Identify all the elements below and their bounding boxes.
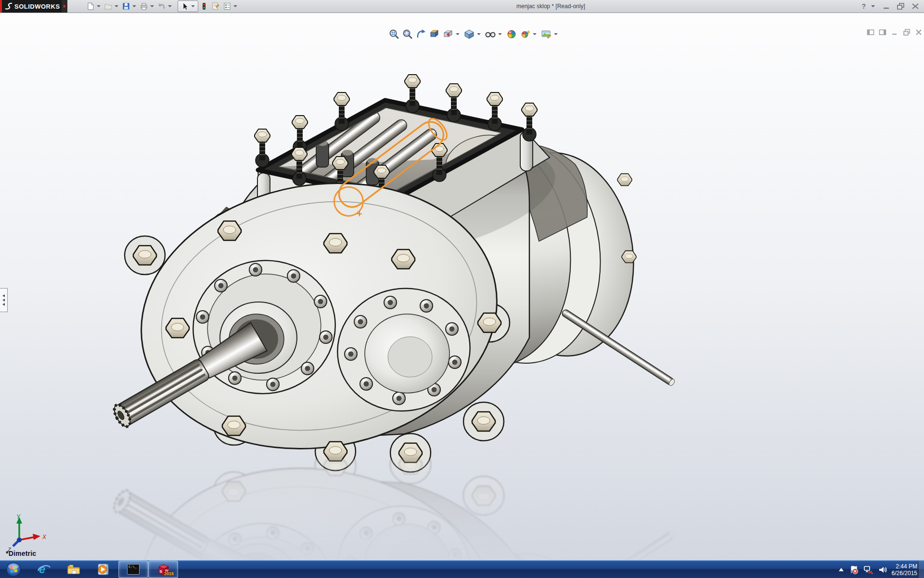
- start-button[interactable]: [4, 561, 23, 578]
- windows-explorer-button[interactable]: [59, 561, 89, 578]
- brand-text: SOLIDWORKS: [14, 3, 60, 10]
- headsup-view-toolbar: [388, 28, 560, 40]
- display-style-icon[interactable]: [463, 28, 475, 40]
- display-style-dropdown[interactable]: [477, 33, 481, 35]
- solidworks-2015-button[interactable]: S W 2015: [148, 561, 178, 578]
- taskbar: e C:\_: [0, 560, 924, 578]
- select-arrow-button[interactable]: [179, 1, 191, 12]
- volume-icon[interactable]: [878, 565, 887, 575]
- previous-view-icon[interactable]: [415, 28, 427, 40]
- solidworks-logo: SOLIDWORKS: [0, 0, 62, 13]
- svg-text:S: S: [160, 569, 163, 574]
- view-settings-dropdown[interactable]: [533, 33, 537, 35]
- internet-explorer-button[interactable]: e: [29, 561, 59, 578]
- new-document-button[interactable]: [85, 1, 96, 12]
- triad-y-label: Y: [16, 513, 21, 520]
- print-button[interactable]: [138, 1, 150, 12]
- action-center-icon[interactable]: [849, 565, 859, 575]
- taskbar-apps: e C:\_: [29, 561, 178, 578]
- graphics-area[interactable]: Y X Z *Dimetric: [0, 13, 924, 560]
- ds-swoosh-icon: [4, 2, 13, 10]
- view-orientation-dropdown[interactable]: [456, 33, 460, 35]
- windows-start-icon: [6, 562, 21, 577]
- view-orientation-label: *Dimetric: [6, 550, 36, 557]
- save-dropdown[interactable]: [132, 5, 136, 7]
- title-bar: SOLIDWORKS menj: [0, 0, 924, 13]
- options-dropdown[interactable]: [233, 5, 237, 7]
- logo-red-stripe: [0, 0, 2, 13]
- edit-appearance-icon[interactable]: [540, 28, 552, 40]
- document-window-controls: [866, 28, 923, 37]
- apply-scene-icon[interactable]: [505, 28, 517, 40]
- quick-access-toolbar: [85, 0, 239, 12]
- doc-restore-icon[interactable]: [902, 28, 911, 37]
- undo-dropdown[interactable]: [168, 5, 172, 7]
- select-tool-group: [178, 0, 198, 12]
- svg-text:e: e: [39, 563, 45, 576]
- view-settings-icon[interactable]: [519, 28, 531, 40]
- new-document-dropdown[interactable]: [97, 5, 101, 7]
- rebuild-button[interactable]: [198, 1, 210, 12]
- print-dropdown[interactable]: [150, 5, 154, 7]
- zoom-to-area-icon[interactable]: [401, 28, 413, 40]
- hidden-icons-arrow[interactable]: [838, 567, 845, 573]
- media-player-icon: [96, 562, 111, 577]
- hide-show-items-icon[interactable]: [484, 28, 496, 40]
- zoom-to-fit-icon[interactable]: [388, 28, 400, 40]
- doc-minimize-icon[interactable]: [890, 28, 899, 37]
- save-button[interactable]: [120, 1, 132, 12]
- triad-x-label: X: [42, 534, 47, 540]
- command-prompt-icon: C:\_: [127, 564, 140, 575]
- internet-explorer-icon: e: [37, 562, 51, 577]
- tray-date: 6/26/2015: [892, 570, 917, 577]
- section-view-icon[interactable]: [428, 28, 440, 40]
- command-prompt-button[interactable]: C:\_: [118, 561, 148, 578]
- options-button[interactable]: [221, 1, 233, 12]
- media-player-button[interactable]: [89, 561, 118, 578]
- feature-tree-flyout-tab[interactable]: [0, 288, 8, 312]
- open-document-dropdown[interactable]: [115, 5, 118, 7]
- system-tray: 2:44 PM 6/26/2015: [838, 561, 917, 578]
- hide-show-items-dropdown[interactable]: [498, 33, 502, 35]
- doc-close-icon[interactable]: [914, 28, 923, 37]
- edit-appearance-dropdown[interactable]: [554, 33, 558, 35]
- pane-right-icon[interactable]: [878, 28, 887, 37]
- help-dropdown[interactable]: [871, 5, 875, 7]
- pane-left-icon[interactable]: [866, 28, 875, 37]
- show-desktop-button[interactable]: [918, 561, 924, 578]
- network-status-icon[interactable]: [863, 565, 873, 575]
- view-orientation-icon[interactable]: [442, 28, 454, 40]
- minimize-icon[interactable]: [882, 2, 891, 11]
- model-scene[interactable]: [0, 13, 924, 561]
- tray-time: 2:44 PM: [892, 563, 917, 570]
- restore-icon[interactable]: [896, 2, 906, 11]
- open-document-button[interactable]: [103, 1, 114, 12]
- close-icon[interactable]: [911, 2, 920, 11]
- folder-icon: [66, 562, 81, 577]
- help-icon[interactable]: ?: [861, 2, 866, 10]
- logo-expand-arrow[interactable]: [62, 0, 67, 13]
- document-title: menjac sklop * [Read-only]: [516, 3, 585, 10]
- window-controls: ?: [861, 0, 920, 13]
- clock[interactable]: 2:44 PM 6/26/2015: [892, 563, 917, 577]
- select-dropdown[interactable]: [191, 5, 195, 7]
- solidworks-version-badge: 2015: [164, 571, 174, 576]
- undo-button[interactable]: [156, 1, 167, 12]
- file-properties-button[interactable]: [210, 1, 221, 12]
